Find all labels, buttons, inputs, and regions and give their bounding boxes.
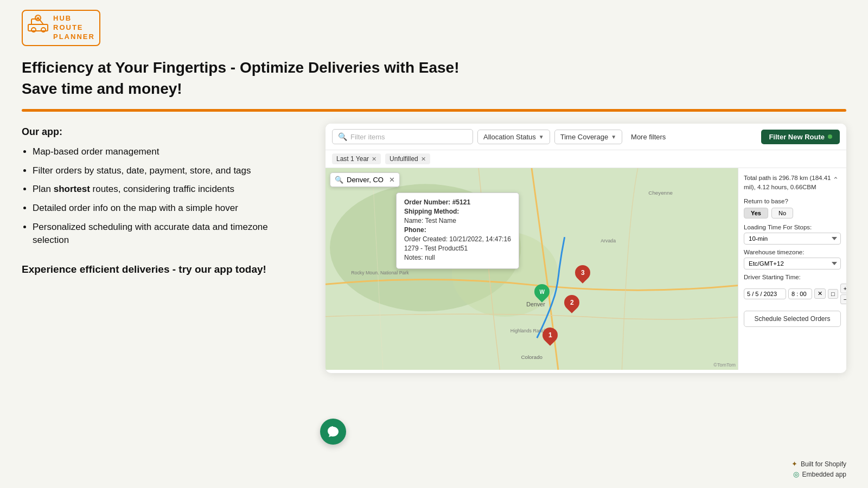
return-base-label: Return to base? <box>744 198 841 204</box>
remove-tag-icon[interactable]: ✕ <box>372 156 376 163</box>
loading-time-select[interactable]: 10-min <box>744 233 841 245</box>
search-icon: 🔍 <box>338 132 347 141</box>
shopify-icon: ✦ <box>792 460 797 468</box>
logo-text: HUB ROUTE PLANNER <box>53 14 95 42</box>
header: HUB ROUTE PLANNER <box>0 0 868 52</box>
footer-badges: ✦ Built for Shopify ◎ Embedded app <box>792 460 846 478</box>
warehouse-tz-select[interactable]: Etc/GMT+12 <box>744 258 841 269</box>
no-btn[interactable]: No <box>771 208 793 219</box>
list-item: Filter orders by status, date, payment, … <box>33 164 304 178</box>
path-info: Total path is 296.78 km (184.41 mil), 4.… <box>744 174 841 192</box>
clear-time-btn[interactable]: ✕ <box>814 288 826 299</box>
time-minus-btn[interactable]: − <box>840 294 846 304</box>
time-stepper: + − <box>840 284 846 304</box>
warehouse-tz-label: Warehouse timezone: <box>744 249 841 255</box>
search-placeholder: Filter items <box>350 133 385 141</box>
list-item: Personalized scheduling with accurate da… <box>33 221 304 247</box>
chat-icon <box>327 425 340 438</box>
hero-section: Efficiency at Your Fingertips - Optimize… <box>0 52 868 99</box>
orange-divider <box>22 109 846 112</box>
driver-date-input[interactable] <box>744 288 786 299</box>
toolbar: 🔍 Filter items Allocation Status ▼ Time … <box>326 124 846 150</box>
tag-unfulfilled: Unfulfilled ✕ <box>385 153 430 164</box>
schedule-selected-orders-btn[interactable]: Schedule Selected Orders <box>744 311 841 327</box>
list-item: Detailed order info on the map with a si… <box>33 202 304 215</box>
search-icon: 🔍 <box>335 176 343 184</box>
embedded-label: Embedded app <box>802 471 846 478</box>
driver-time-input[interactable] <box>788 288 812 299</box>
main-content: Our app: Map-based order management Filt… <box>0 124 868 373</box>
chevron-down-icon: ▼ <box>611 134 616 140</box>
yes-no-btns: Yes No <box>744 208 841 219</box>
denver-search-value: Denver, CO <box>347 176 384 184</box>
order-number: Order Number: #5121 <box>404 198 511 206</box>
order-notes: Notes: null <box>404 254 511 261</box>
logo[interactable]: HUB ROUTE PLANNER <box>22 10 100 46</box>
svg-text:Cheyenne: Cheyenne <box>648 190 673 196</box>
order-product: 1279 - Test Product51 <box>404 245 511 252</box>
driver-time-row: ✕ □ + − ⬆ <box>744 284 841 304</box>
shipping-method: Shipping Method: <box>404 208 511 215</box>
tomtom-credit: ©TomTom <box>713 362 736 368</box>
our-app-title: Our app: <box>22 126 304 138</box>
shopify-label: Built for Shopify <box>801 460 846 468</box>
allocation-status-btn[interactable]: Allocation Status ▼ <box>477 130 550 144</box>
svg-text:Colorado: Colorado <box>521 354 542 360</box>
tag-last-year: Last 1 Year ✕ <box>332 153 381 164</box>
logo-icon <box>27 15 49 41</box>
app-panel: 🔍 Filter items Allocation Status ▼ Time … <box>326 124 846 373</box>
feature-list: Map-based order management Filter orders… <box>22 145 304 247</box>
order-phone: Phone: <box>404 226 511 234</box>
calendar-btn[interactable]: □ <box>828 289 838 299</box>
status-dot <box>828 134 832 139</box>
svg-text:Arvada: Arvada <box>601 238 616 243</box>
embedded-badge: ◎ Embedded app <box>793 470 846 478</box>
map-svg: Denver Highlands Ranch Arvada Cheyenne R… <box>326 168 738 370</box>
list-item: Map-based order management <box>33 145 304 159</box>
shopify-badge: ✦ Built for Shopify <box>792 460 846 468</box>
right-sidebar: ⌃ Total path is 296.78 km (184.41 mil), … <box>738 168 846 370</box>
order-name: Name: Test Name <box>404 217 511 224</box>
svg-text:Highlands Ranch: Highlands Ranch <box>510 329 547 334</box>
hero-title: Efficiency at Your Fingertips - Optimize… <box>22 57 846 99</box>
remove-tag-icon[interactable]: ✕ <box>421 156 426 163</box>
left-panel: Our app: Map-based order management Filt… <box>22 124 304 373</box>
driver-start-label: Driver Starting Time: <box>744 274 841 280</box>
time-plus-btn[interactable]: + <box>840 284 846 293</box>
map-area: Denver Highlands Ranch Arvada Cheyenne R… <box>326 168 846 370</box>
close-search-icon[interactable]: ✕ <box>389 176 395 184</box>
map-background[interactable]: Denver Highlands Ranch Arvada Cheyenne R… <box>326 168 738 370</box>
order-created: Order Created: 10/21/2022, 14:47:16 <box>404 235 511 243</box>
filter-new-route-btn[interactable]: Filter New Route <box>761 130 840 144</box>
svg-text:Rocky Moun. National Park: Rocky Moun. National Park <box>351 270 409 275</box>
yes-btn[interactable]: Yes <box>744 208 768 219</box>
loading-time-label: Loading Time For Stops: <box>744 224 841 230</box>
more-filters-btn[interactable]: More filters <box>627 130 670 144</box>
embedded-icon: ◎ <box>793 470 799 478</box>
list-item: Plan shortest routes, considering traffi… <box>33 183 304 196</box>
search-box[interactable]: 🔍 Filter items <box>332 129 473 144</box>
time-coverage-btn[interactable]: Time Coverage ▼ <box>554 130 622 144</box>
denver-search[interactable]: 🔍 Denver, CO ✕ <box>330 172 400 187</box>
cta-text: Experience efficient deliveries - try ou… <box>22 262 304 277</box>
chat-bubble[interactable] <box>320 419 346 445</box>
tags-row: Last 1 Year ✕ Unfulfilled ✕ <box>326 150 846 168</box>
chevron-down-icon: ▼ <box>539 134 544 140</box>
order-popup: Order Number: #5121 Shipping Method: Nam… <box>396 192 519 269</box>
